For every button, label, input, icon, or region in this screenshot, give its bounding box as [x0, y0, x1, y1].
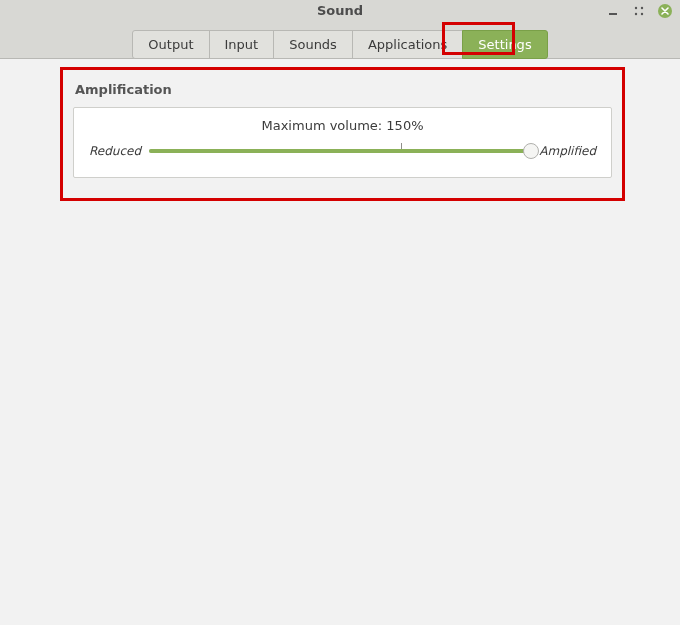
tab-bar: Output Input Sounds Applications Setting…	[0, 22, 680, 59]
tab-label: Sounds	[289, 37, 337, 52]
slider-thumb[interactable]	[523, 143, 539, 159]
maximize-icon[interactable]	[632, 4, 646, 18]
annotation-highlight-panel: Amplification Maximum volume: 150% Reduc…	[60, 67, 625, 201]
tab-label: Output	[148, 37, 193, 52]
svg-point-4	[641, 13, 643, 15]
tab-sounds[interactable]: Sounds	[273, 30, 353, 59]
svg-point-3	[635, 13, 637, 15]
svg-rect-0	[609, 13, 617, 15]
slider-tick-100	[401, 143, 402, 149]
close-icon[interactable]	[658, 4, 672, 18]
slider-label-reduced: Reduced	[89, 144, 141, 158]
slider-track-fill	[149, 149, 531, 153]
amplification-section-title: Amplification	[75, 82, 612, 97]
titlebar: Sound	[0, 0, 680, 22]
window-title: Sound	[317, 0, 363, 22]
slider-label-amplified: Amplified	[539, 144, 596, 158]
tab-settings[interactable]: Settings	[462, 30, 547, 59]
tab-applications[interactable]: Applications	[352, 30, 463, 59]
tab-label: Input	[225, 37, 259, 52]
max-volume-slider-row: Reduced Amplified	[89, 143, 596, 159]
tab-output[interactable]: Output	[132, 30, 209, 59]
svg-point-1	[635, 7, 637, 9]
tab-label: Applications	[368, 37, 447, 52]
minimize-icon[interactable]	[606, 4, 620, 18]
tab-label: Settings	[478, 37, 531, 52]
amplification-card: Maximum volume: 150% Reduced Amplified	[73, 107, 612, 178]
max-volume-slider[interactable]	[149, 143, 531, 159]
max-volume-label: Maximum volume: 150%	[89, 118, 596, 133]
window-controls	[606, 0, 672, 22]
content-area: Amplification Maximum volume: 150% Reduc…	[0, 59, 680, 625]
svg-point-2	[641, 7, 643, 9]
tab-input[interactable]: Input	[209, 30, 275, 59]
